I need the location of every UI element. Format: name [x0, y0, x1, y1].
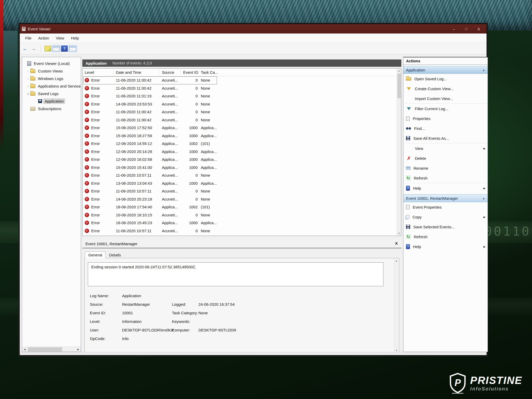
action-view[interactable]: View▶ [403, 143, 488, 153]
events-table: LevelDate and TimeSourceEvent IDTask Ca.… [82, 68, 401, 236]
level-cell: !Error [85, 195, 100, 203]
event-row[interactable]: !Error11-06-2020 10:57:11Acuneti...0None [83, 171, 401, 179]
console-window-icon[interactable] [69, 46, 76, 51]
menu-help[interactable]: Help [68, 34, 82, 43]
date-cell: 11-06-2020 11:00:42 [116, 116, 161, 124]
tab-details[interactable]: Details [105, 251, 124, 258]
scroll-left-icon[interactable]: ◀ [22, 347, 27, 352]
event-row[interactable]: !Error11-06-2020 11:00:42Acuneti...0None [83, 76, 401, 84]
scrollbar-thumb[interactable] [397, 74, 401, 98]
forward-icon[interactable]: → [30, 45, 37, 52]
detail-vertical-scrollbar[interactable]: ▲ ▼ [394, 259, 398, 353]
event-message-box: Ending session 0 started 2020-06-24T11:0… [88, 262, 383, 286]
event-row[interactable]: !Error18-06-2020 15:45:23Applica...1000A… [83, 219, 401, 227]
close-button[interactable]: X [473, 27, 485, 31]
event-row[interactable]: !Error11-06-2020 11:00:42Acuneti...0None [83, 84, 401, 92]
action-save-selected-events[interactable]: Save Selected Events... [403, 222, 488, 232]
menu-file[interactable]: File [22, 34, 35, 43]
scroll-down-icon[interactable]: ▼ [397, 231, 401, 236]
action-find[interactable]: Find... [403, 123, 488, 133]
level-cell: !Error [85, 148, 100, 156]
event-row[interactable]: !Error14-06-2020 20:23:18Acuneti...0None [83, 195, 401, 203]
event-row[interactable]: !Error15-06-2020 17:52:50Applica...1000A… [83, 124, 401, 132]
tree-item-windows-logs[interactable]: ›Windows Logs [22, 75, 81, 82]
tree-item-custom-views[interactable]: ›Custom Views [22, 67, 81, 75]
event-row[interactable]: !Error14-06-2020 23:53:53Acuneti...0None [83, 100, 401, 108]
event-row[interactable]: !Error11-06-2020 11:01:19Acuneti...0None [83, 92, 401, 100]
event-count: Number of events: 4,113 [112, 61, 152, 65]
table-body: !Error11-06-2020 11:00:42Acuneti...0None… [83, 76, 401, 236]
error-icon: ! [85, 181, 89, 185]
column-header-source[interactable]: Source [162, 69, 174, 76]
expander-icon[interactable]: › [26, 84, 30, 88]
tree-item-subscriptions[interactable]: Subscriptions [22, 105, 81, 112]
event-row[interactable]: !Error12-06-2020 14:55:12Applica...1002(… [83, 140, 401, 148]
column-header-date-and-time[interactable]: Date and Time [116, 69, 141, 76]
level-text: Error [91, 213, 100, 217]
export-log-icon[interactable] [44, 46, 51, 51]
action-filter-current-log[interactable]: Filter Current Log... [403, 104, 488, 114]
restore-button[interactable]: □ [460, 27, 473, 31]
scroll-up-icon[interactable]: ▲ [397, 69, 401, 73]
subscriptions-icon [30, 107, 35, 111]
column-header-event-id[interactable]: Event ID [183, 69, 198, 76]
action-copy[interactable]: Copy▶ [403, 212, 488, 222]
minimize-button[interactable]: – [448, 27, 460, 31]
event-row[interactable]: !Error12-06-2020 16:02:58Applica...1000A… [83, 156, 401, 164]
expander-icon[interactable]: ∨ [26, 92, 30, 96]
action-properties[interactable]: Properties [403, 114, 488, 123]
task-cell: (101) [201, 203, 229, 211]
level-cell: !Error [85, 108, 100, 116]
tree-item-event-viewer-local[interactable]: Event Viewer (Local) [22, 60, 81, 67]
table-vertical-scrollbar[interactable]: ▲ ▼ [397, 69, 401, 236]
actions-section-application[interactable]: Application▲ [403, 66, 488, 74]
event-row[interactable]: !Error10-06-2020 18:10:15Acuneti...0None [83, 211, 401, 219]
scrollbar-thumb[interactable] [28, 347, 62, 351]
tab-general[interactable]: General [85, 251, 105, 258]
action-rename[interactable]: Rename [403, 163, 488, 173]
event-row[interactable]: !Error12-06-2020 20:14:28Applica...1000A… [83, 148, 401, 156]
action-refresh[interactable]: ↻Refresh [403, 173, 488, 183]
back-icon[interactable]: ← [22, 45, 29, 52]
tree-horizontal-scrollbar[interactable]: ◀ ▶ [22, 347, 81, 352]
event-row[interactable]: !Error18-06-2020 17:54:40Applica...1002(… [83, 203, 401, 211]
desktop-background: 00110 P PRISTINE InfoSolutions Event Vie… [0, 0, 532, 399]
column-header-level[interactable]: Level [85, 69, 94, 76]
action-event-properties[interactable]: Event Properties [403, 202, 488, 212]
action-import-custom-view[interactable]: Import Custom View... [403, 94, 488, 103]
menu-action[interactable]: Action [35, 34, 52, 43]
folder-services-icon [30, 84, 35, 88]
title-bar[interactable]: Event Viewer –□X [20, 24, 487, 34]
event-row[interactable]: !Error15-06-2020 18:27:59Applica...1000A… [83, 132, 401, 140]
event-row[interactable]: !Error11-06-2020 11:00:42Acuneti...0None [83, 108, 401, 116]
event-row[interactable]: !Error11-06-2020 10:57:11Acuneti...0None [83, 227, 401, 235]
actions-section-event-10001-restartmanager[interactable]: Event 10001, RestartManager▲ [403, 194, 488, 202]
tree-item-applications-and-services-log[interactable]: ›Applications and Services Log [22, 82, 81, 90]
expander-icon[interactable]: › [26, 77, 30, 81]
error-icon: ! [85, 165, 89, 170]
action-save-all-events-as[interactable]: Save All Events As... [403, 133, 488, 143]
close-icon[interactable]: X [395, 241, 398, 245]
action-create-custom-view[interactable]: Create Custom View... [403, 84, 488, 94]
detail-field-row: User:DESKTOP-9STLODR\Inv0k3rComputer:DES… [88, 326, 383, 334]
action-delete[interactable]: ✗Delete [403, 153, 488, 163]
help-icon[interactable]: ? [61, 45, 68, 52]
console-tree-panel: Event Viewer (Local)›Custom Views›Window… [22, 57, 81, 352]
event-row[interactable]: !Error11-06-2020 10:57:11Acuneti...0None [83, 187, 401, 195]
action-help[interactable]: ?Help▶ [403, 183, 488, 193]
action-help[interactable]: ?Help▶ [403, 242, 488, 251]
properties-window-icon[interactable] [53, 46, 59, 51]
tree-item-application[interactable]: Application [22, 97, 81, 105]
scroll-right-icon[interactable]: ▶ [76, 347, 81, 352]
menu-view[interactable]: View [52, 34, 68, 43]
action-refresh[interactable]: ↻Refresh [403, 232, 488, 242]
event-row[interactable]: !Error15-06-2020 15:41:00Applica...1000A… [83, 164, 401, 172]
task-cell: None [201, 100, 229, 108]
action-open-saved-log[interactable]: Open Saved Log... [403, 74, 488, 84]
column-header-task-ca[interactable]: Task Ca... [201, 69, 218, 76]
event-row[interactable]: !Error11-06-2020 11:00:42Acuneti...0None [83, 116, 401, 124]
expander-icon[interactable]: › [26, 69, 30, 73]
scroll-up-icon[interactable]: ▲ [394, 259, 398, 263]
event-row[interactable]: !Error13-06-2020 13:04:43Applica...1000A… [83, 179, 401, 188]
tree-item-saved-logs[interactable]: ∨Saved Logs [22, 90, 81, 97]
